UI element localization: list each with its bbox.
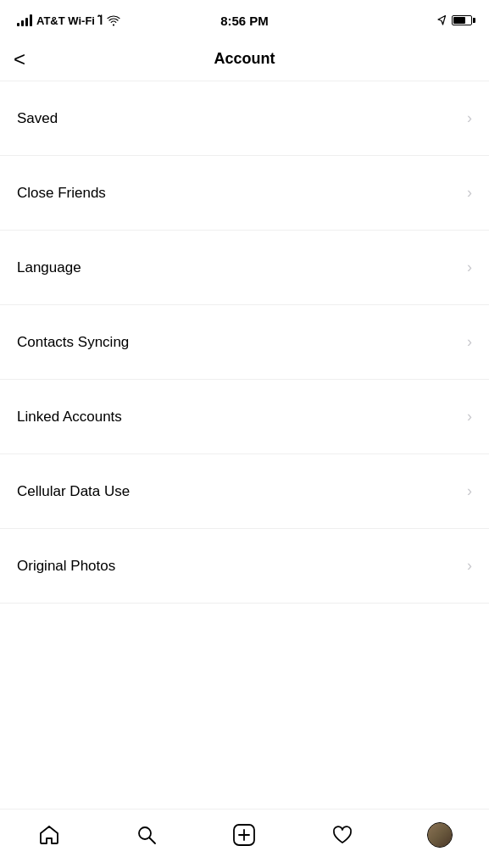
chevron-right-icon: › [467,408,472,426]
menu-item-saved[interactable]: Saved› [0,81,489,156]
svg-line-1 [150,837,156,843]
menu-item-label-linked-accounts: Linked Accounts [17,409,122,426]
menu-item-label-language: Language [17,259,81,276]
wifi-icon: Ⅰ̃ [99,14,103,27]
back-button[interactable]: < [14,47,25,71]
nav-home-button[interactable] [28,818,70,852]
menu-list: Saved›Close Friends›Language›Contacts Sy… [0,81,489,809]
menu-item-close-friends[interactable]: Close Friends› [0,156,489,231]
chevron-right-icon: › [467,482,472,500]
menu-item-cellular-data-use[interactable]: Cellular Data Use› [0,454,489,529]
menu-item-label-close-friends: Close Friends [17,185,106,202]
menu-item-original-photos[interactable]: Original Photos› [0,529,489,604]
menu-item-linked-accounts[interactable]: Linked Accounts› [0,380,489,454]
nav-profile-button[interactable] [419,818,461,852]
chevron-right-icon: › [467,557,472,575]
chevron-right-icon: › [467,109,472,127]
wifi-icon [107,15,120,26]
status-time: 8:56 PM [220,14,269,28]
carrier-label: AT&T Wi-Fi [36,14,95,27]
status-left: AT&T Wi-Fi Ⅰ̃ [17,14,120,27]
menu-item-label-contacts-syncing: Contacts Syncing [17,334,129,351]
signal-bars-icon [17,14,32,26]
profile-avatar [427,822,453,848]
chevron-right-icon: › [467,184,472,202]
status-right [437,14,472,26]
nav-activity-button[interactable] [321,818,364,852]
menu-item-label-saved: Saved [17,110,58,127]
bottom-nav [0,809,489,868]
chevron-right-icon: › [467,333,472,351]
battery-icon [452,15,472,25]
nav-header: < Account [0,37,489,81]
nav-search-button[interactable] [125,818,168,852]
status-bar: AT&T Wi-Fi Ⅰ̃ 8:56 PM [0,0,489,37]
menu-item-language[interactable]: Language› [0,231,489,305]
page-title: Account [214,50,275,68]
nav-add-button[interactable] [223,818,265,852]
menu-item-label-original-photos: Original Photos [17,558,115,575]
menu-item-label-cellular-data-use: Cellular Data Use [17,483,130,500]
menu-item-contacts-syncing[interactable]: Contacts Syncing› [0,305,489,380]
chevron-right-icon: › [467,259,472,276]
location-icon [437,14,447,26]
